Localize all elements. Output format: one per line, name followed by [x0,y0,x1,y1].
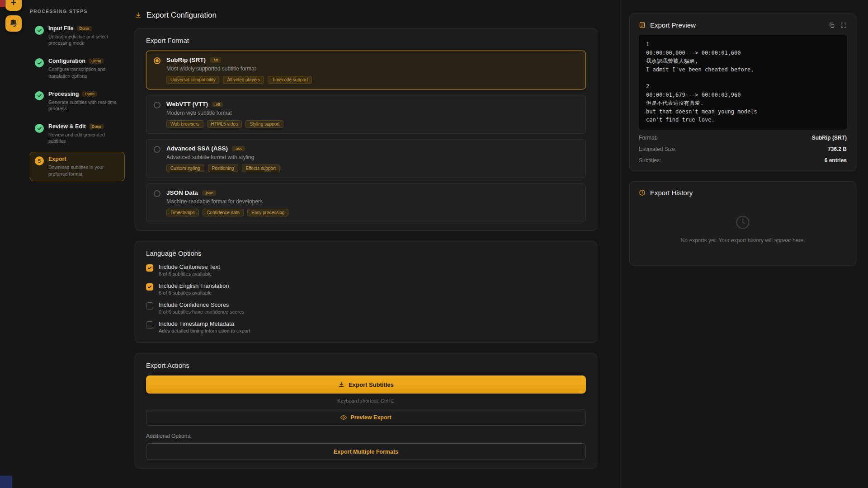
export-preview-header: Export Preview [639,21,847,29]
check-circle-icon [35,124,44,133]
checkbox-unchecked-icon[interactable] [146,321,153,328]
download-icon [135,12,142,19]
option-include-confidence[interactable]: Include Confidence Scores 0 of 6 subtitl… [146,301,586,314]
preview-export-label: Preview Export [350,414,391,421]
app-root: + 粵 PROCESSING STEPS Input File Done Upl… [0,0,868,488]
preview-meta-size: Estimated Size: 736.2 B [639,146,847,152]
checkbox-unchecked-icon[interactable] [146,302,153,310]
format-option-body: Advanced SSA (ASS) .ass Advanced subtitl… [166,145,280,172]
copy-icon[interactable] [829,22,835,28]
option-label: Include English Translation [159,282,229,289]
step-description: Generate subtitles with real-time progre… [48,99,118,112]
page-header: Export Configuration [135,11,597,20]
format-extension-badge: .vtt [212,102,223,107]
format-option-srt[interactable]: SubRip (SRT) .srt Most widely supported … [146,51,586,89]
format-tags: Timestamps Confidence data Easy processi… [166,209,288,216]
format-tag: Universal compatibility [166,76,219,84]
export-history-empty-state: No exports yet. Your export history will… [639,202,847,258]
option-sublabel: 6 of 6 subtitles available [159,271,220,277]
format-name: JSON Data [166,189,198,196]
sidebar-step-processing[interactable]: Processing Done Generate subtitles with … [30,87,125,116]
export-actions-section: Export Actions Export Subtitles Keyboard… [135,353,597,469]
format-name: WebVTT (VTT) [166,101,208,108]
check-circle-icon [35,91,44,100]
export-subtitles-button[interactable]: Export Subtitles [146,375,586,394]
meta-value: 736.2 B [828,146,847,152]
option-include-timestamp-metadata[interactable]: Include Timestamp Metadata Adds detailed… [146,320,586,333]
sidebar-step-review-edit[interactable]: Review & Edit Done Review and edit gener… [30,119,125,148]
preview-file-icon [639,22,646,28]
export-subtitles-label: Export Subtitles [349,381,394,388]
format-tags: Web browsers HTML5 video Styling support [166,120,283,128]
format-tag: Timecode support [268,76,312,84]
option-label: Include Timestamp Metadata [159,320,250,327]
step-status-badge: Done [82,91,97,97]
option-include-cantonese[interactable]: Include Cantonese Text 6 of 6 subtitles … [146,263,586,277]
export-format-section: Export Format SubRip (SRT) .srt Most wid… [135,28,597,231]
add-button[interactable]: + [5,0,22,11]
history-empty-text: No exports yet. Your export history will… [645,237,840,244]
option-sublabel: 6 of 6 subtitles available [159,290,229,296]
option-sublabel: Adds detailed timing information to expo… [159,328,250,333]
sidebar-step-configuration[interactable]: Configuration Done Configure transcripti… [30,54,125,83]
format-option-body: JSON Data .json Machine-readable format … [166,189,288,216]
format-tags: Universal compatibility All video player… [166,76,312,84]
step-body: Export Download subtitles in your prefer… [48,156,118,177]
format-tag: Custom styling [166,164,204,172]
radio-selected-icon[interactable] [154,57,160,64]
history-empty-clock-icon [645,214,840,230]
step-body: Input File Done Upload media file and se… [48,25,118,46]
main-content: Export Configuration Export Format SubRi… [130,0,621,488]
step-title: Review & Edit [48,123,86,130]
format-option-json[interactable]: JSON Data .json Machine-readable format … [146,183,586,222]
step-status-badge: Done [77,26,92,31]
format-option-body: WebVTT (VTT) .vtt Modern web subtitle fo… [166,101,283,128]
format-tag: Easy processing [247,209,288,216]
option-text: Include Confidence Scores 0 of 6 subtitl… [159,301,245,314]
step-description: Upload media file and select processing … [48,33,118,46]
check-circle-icon [35,26,44,35]
export-multiple-formats-button[interactable]: Export Multiple Formats [146,443,586,460]
step-description: Download subtitles in your preferred for… [48,164,118,177]
preview-meta-subtitles: Subtitles: 6 entries [639,157,847,164]
download-icon [338,381,344,388]
radio-icon[interactable] [154,102,160,108]
format-description: Advanced subtitle format with styling [166,154,280,160]
format-tag: Confidence data [203,209,244,216]
radio-icon[interactable] [154,190,160,197]
export-format-heading: Export Format [146,37,586,44]
sidebar-step-input-file[interactable]: Input File Done Upload media file and se… [30,21,125,50]
step-body: Configuration Done Configure transcripti… [48,58,118,79]
checkbox-checked-icon[interactable] [146,283,153,291]
step-title: Export [48,156,66,162]
preview-export-button[interactable]: Preview Export [146,409,586,426]
option-text: Include Timestamp Metadata Adds detailed… [159,320,250,333]
option-text: Include Cantonese Text 6 of 6 subtitles … [159,263,220,277]
format-option-vtt[interactable]: WebVTT (VTT) .vtt Modern web subtitle fo… [146,95,586,134]
subtitle-preview-content: 1 00:00:00,000 --> 00:00:01,600 我承認我曾被人騙… [639,35,847,130]
app-logo-button[interactable]: 粵 [5,15,22,32]
step-body: Review & Edit Done Review and edit gener… [48,123,118,144]
screen-corner-artifact-red [0,0,5,7]
expand-icon[interactable] [840,22,847,28]
format-extension-badge: .ass [232,146,245,151]
format-option-ass[interactable]: Advanced SSA (ASS) .ass Advanced subtitl… [146,139,586,178]
meta-label: Subtitles: [639,157,661,164]
export-preview-title: Export Preview [650,21,696,29]
sidebar-step-export[interactable]: 5 Export Download subtitles in your pref… [30,152,125,181]
format-option-body: SubRip (SRT) .srt Most widely supported … [166,56,312,84]
option-sublabel: 0 of 6 subtitles have confidence scores [159,309,245,314]
format-tag: Web browsers [166,120,203,128]
format-extension-badge: .srt [210,57,221,63]
step-title: Processing [48,91,79,97]
option-include-english[interactable]: Include English Translation 6 of 6 subti… [146,282,586,296]
meta-value: 6 entries [825,157,847,164]
step-status-badge: Done [89,58,104,64]
preview-meta-format: Format: SubRip (SRT) [639,135,847,141]
format-name: Advanced SSA (ASS) [166,145,228,152]
radio-icon[interactable] [154,146,160,153]
check-circle-icon [35,58,44,67]
option-label: Include Confidence Scores [159,301,245,308]
checkbox-checked-icon[interactable] [146,264,153,272]
format-tag: HTML5 video [207,120,242,128]
